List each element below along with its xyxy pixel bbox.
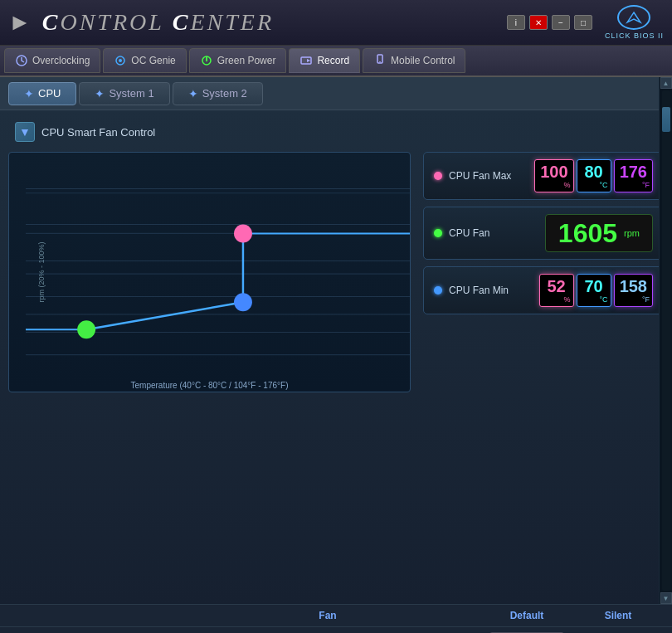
- tab-oc-genie-label: OC Genie: [131, 55, 175, 66]
- fan-min-celsius: 70: [582, 278, 606, 295]
- bottom-section: Fan Default Silent ▶ CPU Fan 1605 rpm 10…: [0, 604, 672, 633]
- info-button[interactable]: i: [507, 15, 525, 30]
- window-controls: i ✕ − □ CLICK BIOS II: [507, 5, 664, 40]
- fan-min-celsius-unit: °C: [600, 295, 608, 304]
- fan-max-label: CPU Fan Max: [449, 170, 528, 182]
- tab-overclocking-label: Overclocking: [32, 55, 90, 66]
- pink-control-point[interactable]: [234, 225, 252, 243]
- green-power-icon: [200, 54, 213, 67]
- fan-min-percent-box: 52 %: [539, 274, 574, 307]
- sub-tab-system1-label: System 1: [109, 87, 153, 100]
- scroll-down-button[interactable]: ▼: [660, 592, 672, 604]
- scroll-thumb[interactable]: [662, 107, 670, 132]
- cpu-fan-max-panel: CPU Fan Max 100 % 80 °C 176 °F: [423, 152, 664, 200]
- fan-max-celsius-box: 80 °C: [577, 159, 611, 192]
- svg-point-2: [119, 59, 122, 62]
- sub-tab-cpu-label: CPU: [38, 87, 61, 100]
- fan-current-dot: [434, 229, 442, 237]
- click-bios-label: CLICK BIOS II: [605, 32, 664, 40]
- sub-tab-cpu[interactable]: ✦ CPU: [8, 82, 76, 105]
- table-header: Fan Default Silent: [0, 605, 672, 627]
- fan-current-rpm: 1605: [558, 220, 617, 246]
- minimize-button[interactable]: −: [552, 15, 570, 30]
- tab-green-power[interactable]: Green Power: [189, 48, 287, 73]
- cpu-fan-min-panel: CPU Fan Min 52 % 70 °C 158 °F: [423, 266, 664, 314]
- tab-green-power-label: Green Power: [217, 55, 276, 66]
- tab-record[interactable]: Record: [289, 48, 360, 73]
- close-button[interactable]: ✕: [529, 15, 548, 30]
- fan-max-celsius: 80: [582, 163, 606, 180]
- fan-max-fahrenheit-box: 176 °F: [614, 159, 653, 192]
- fan-max-fahrenheit: 176: [620, 163, 647, 180]
- chart-svg: [26, 153, 410, 392]
- chart-temp-label: Temperature (40°C - 80°C / 104°F - 176°F…: [9, 381, 410, 390]
- tab-mobile-control-label: Mobile Control: [391, 55, 455, 66]
- system1-fan-icon: ✦: [95, 87, 105, 100]
- scrollbar[interactable]: ▲ ▼: [659, 77, 672, 604]
- maximize-button[interactable]: □: [574, 15, 592, 30]
- cpu-fan-icon: ✦: [24, 87, 34, 100]
- fan-min-percent: 52: [545, 278, 568, 295]
- scroll-up-button[interactable]: ▲: [660, 77, 672, 89]
- sub-nav: ✦ CPU ✦ System 1 ✦ System 2: [0, 77, 672, 110]
- col-default-header: Default: [477, 610, 577, 621]
- fan-max-percent-box: 100 %: [534, 159, 573, 192]
- sub-tab-system1[interactable]: ✦ System 1: [79, 82, 169, 105]
- app-title: ► Control Center: [8, 9, 274, 36]
- oc-genie-icon: [114, 54, 127, 67]
- fan-min-fahrenheit-box: 158 °F: [614, 274, 653, 307]
- overclocking-icon: [15, 54, 28, 67]
- smart-fan-toggle[interactable]: ▼: [15, 122, 35, 142]
- fan-current-label: CPU Fan: [449, 227, 538, 239]
- fan-max-dot: [434, 172, 442, 180]
- table-row: ▶ CPU Fan 1605 rpm 100 % speed ▼: [0, 627, 672, 633]
- tab-oc-genie[interactable]: OC Genie: [103, 48, 186, 73]
- fan-max-percent: 100: [540, 163, 567, 180]
- col-silent-header: Silent: [577, 610, 660, 621]
- record-icon: [299, 54, 313, 67]
- title-bar: ► Control Center i ✕ − □ CLICK BIOS II: [0, 0, 672, 46]
- tab-overclocking[interactable]: Overclocking: [4, 48, 100, 73]
- green-control-point[interactable]: [77, 320, 95, 338]
- main-content: ▼ CPU Smart Fan Control rpm (20% - 100%): [0, 110, 672, 604]
- fan-min-fahrenheit: 158: [620, 278, 647, 295]
- fan-min-dot: [434, 286, 442, 295]
- nav-bar: Overclocking OC Genie Green Power Record…: [0, 46, 672, 77]
- svg-line-14: [86, 302, 243, 329]
- fan-min-values: 52 % 70 °C 158 °F: [539, 274, 653, 307]
- click-bios-icon: [617, 5, 650, 30]
- fan-min-percent-unit: %: [564, 295, 571, 304]
- fan-min-fahrenheit-unit: °F: [642, 295, 650, 304]
- fan-min-label: CPU Fan Min: [449, 285, 533, 296]
- fan-max-values: 100 % 80 °C 176 °F: [534, 159, 653, 192]
- mobile-control-icon: [373, 54, 387, 67]
- col-fan-header: Fan: [12, 610, 477, 621]
- smart-fan-header: ▼ CPU Smart Fan Control: [8, 119, 664, 145]
- svg-point-6: [379, 61, 381, 63]
- smart-fan-label: CPU Smart Fan Control: [41, 126, 155, 139]
- scroll-track[interactable]: [662, 90, 670, 591]
- fan-max-fahrenheit-unit: °F: [642, 181, 650, 189]
- fan-min-celsius-box: 70 °C: [577, 274, 611, 307]
- tab-mobile-control[interactable]: Mobile Control: [363, 48, 465, 73]
- fan-panels: CPU Fan Max 100 % 80 °C 176 °F: [423, 152, 664, 392]
- sub-tab-system2[interactable]: ✦ System 2: [173, 82, 263, 105]
- fan-rpm-box: 1605 rpm: [545, 214, 653, 252]
- click-bios-button[interactable]: CLICK BIOS II: [605, 5, 664, 40]
- fan-max-celsius-unit: °C: [600, 181, 608, 189]
- tab-record-label: Record: [317, 55, 349, 66]
- blue-control-point[interactable]: [234, 293, 252, 311]
- fan-current-rpm-unit: rpm: [624, 228, 640, 238]
- fan-max-percent-unit: %: [564, 181, 571, 189]
- fan-chart[interactable]: rpm (20% - 100%): [8, 152, 411, 392]
- cpu-fan-current-panel: CPU Fan 1605 rpm: [423, 207, 664, 260]
- chart-container: rpm (20% - 100%): [8, 152, 664, 392]
- system2-fan-icon: ✦: [188, 87, 198, 100]
- sub-tab-system2-label: System 2: [202, 87, 247, 100]
